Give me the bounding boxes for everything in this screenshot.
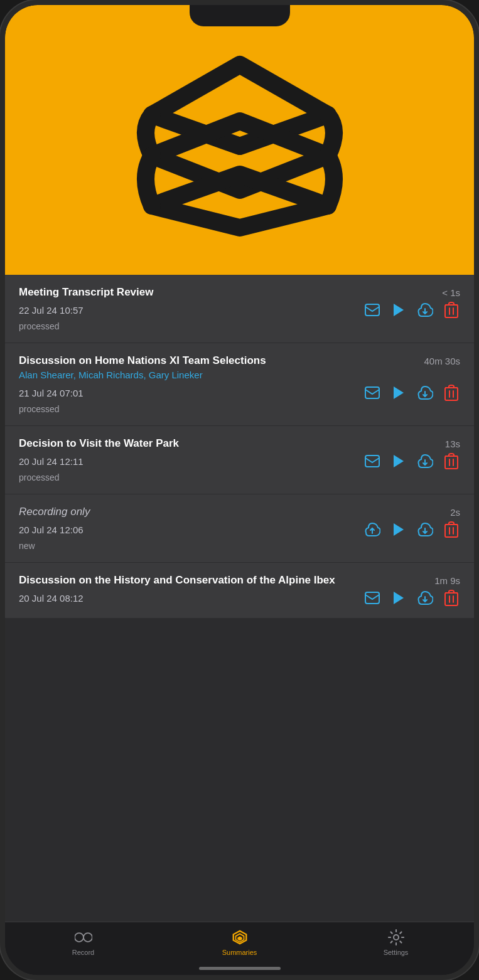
home-indicator (199, 967, 281, 970)
tab-settings[interactable]: Settings (365, 929, 428, 956)
record-title: Decision to Visit the Water Park (19, 437, 440, 450)
record-status: new (19, 541, 460, 551)
record-date: 22 Jul 24 10:57 (19, 305, 83, 316)
svg-point-15 (83, 933, 92, 942)
record-date: 20 Jul 24 08:12 (19, 593, 83, 604)
svg-marker-9 (394, 523, 404, 536)
svg-rect-2 (445, 305, 458, 317)
record-actions (363, 301, 460, 319)
record-title: Discussion on Home Nations XI Team Selec… (19, 354, 419, 367)
svg-marker-7 (394, 455, 404, 467)
record-actions (363, 521, 460, 538)
record-date: 20 Jul 24 12:06 (19, 525, 83, 535)
record-duration: 13s (445, 437, 460, 449)
record-date: 20 Jul 24 12:11 (19, 456, 83, 467)
list-item[interactable]: Recording only 2s 20 Jul 24 12:06 (5, 494, 474, 563)
phone-inner: Meeting Transcript Review < 1s 22 Jul 24… (5, 5, 474, 975)
play-button[interactable] (390, 589, 407, 607)
download-button[interactable] (416, 301, 434, 319)
delete-button[interactable] (443, 452, 460, 470)
download-button[interactable] (416, 452, 434, 470)
email-button[interactable] (363, 301, 381, 319)
svg-rect-3 (365, 387, 379, 398)
record-duration: 40m 30s (424, 354, 460, 366)
play-button[interactable] (390, 301, 407, 319)
delete-button[interactable] (443, 589, 460, 607)
play-button[interactable] (390, 452, 407, 470)
record-title: Discussion on the History and Conservati… (19, 574, 429, 587)
record-status: processed (19, 472, 460, 482)
records-list: Meeting Transcript Review < 1s 22 Jul 24… (5, 275, 474, 922)
play-button[interactable] (390, 384, 407, 402)
list-item[interactable]: Discussion on the History and Conservati… (5, 563, 474, 619)
play-button[interactable] (390, 521, 407, 538)
svg-rect-10 (445, 525, 458, 537)
tab-record-label: Record (72, 949, 94, 956)
record-date: 21 Jul 24 07:01 (19, 388, 83, 398)
svg-rect-0 (365, 304, 379, 316)
download-button[interactable] (416, 589, 434, 607)
svg-rect-6 (365, 455, 379, 467)
record-duration: < 1s (442, 286, 460, 298)
record-duration: 2s (450, 506, 460, 518)
svg-rect-11 (365, 592, 379, 604)
record-duration: 1m 9s (434, 574, 460, 586)
delete-button[interactable] (443, 384, 460, 402)
app-logo (133, 33, 347, 247)
tab-record[interactable]: Record (52, 929, 115, 956)
record-icon (75, 929, 92, 946)
list-item[interactable]: Discussion on Home Nations XI Team Selec… (5, 343, 474, 426)
svg-marker-1 (394, 304, 404, 316)
download-button[interactable] (416, 384, 434, 402)
record-title: Recording only (19, 506, 445, 518)
tab-summaries[interactable]: Summaries (208, 929, 271, 956)
svg-point-19 (394, 935, 399, 940)
svg-rect-5 (445, 388, 458, 400)
email-button[interactable] (363, 452, 381, 470)
record-actions (363, 589, 460, 607)
record-status: processed (19, 321, 460, 331)
record-actions (363, 384, 460, 402)
email-button[interactable] (363, 589, 381, 607)
upload-button[interactable] (363, 521, 381, 538)
svg-marker-18 (237, 936, 242, 940)
list-item[interactable]: Decision to Visit the Water Park 13s 20 … (5, 426, 474, 494)
notch (190, 5, 290, 26)
svg-marker-4 (394, 386, 404, 399)
email-button[interactable] (363, 384, 381, 402)
svg-rect-8 (445, 456, 458, 469)
delete-button[interactable] (443, 521, 460, 538)
svg-rect-13 (445, 593, 458, 605)
tab-summaries-label: Summaries (222, 949, 257, 956)
delete-button[interactable] (443, 301, 460, 319)
svg-point-14 (75, 933, 83, 942)
phone-frame: Meeting Transcript Review < 1s 22 Jul 24… (0, 0, 479, 980)
summaries-icon (231, 929, 249, 946)
svg-marker-12 (394, 592, 404, 604)
record-status: processed (19, 404, 460, 414)
download-button[interactable] (416, 521, 434, 538)
record-speakers: Alan Shearer, Micah Richards, Gary Linek… (19, 370, 460, 380)
tab-settings-label: Settings (384, 949, 409, 956)
record-title: Meeting Transcript Review (19, 286, 437, 299)
list-item[interactable]: Meeting Transcript Review < 1s 22 Jul 24… (5, 275, 474, 343)
settings-icon (387, 929, 405, 946)
record-actions (363, 452, 460, 470)
app-header (5, 5, 474, 275)
